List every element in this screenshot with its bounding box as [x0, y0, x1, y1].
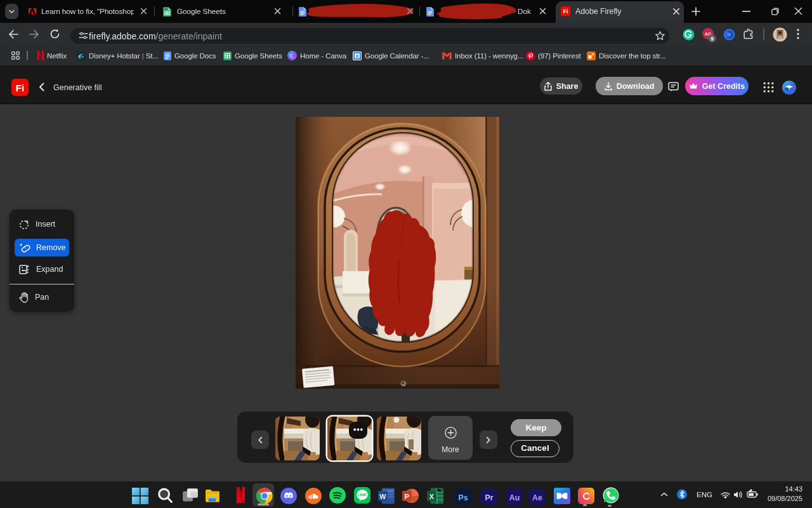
svg-text:Au: Au	[509, 493, 520, 502]
svg-text:W: W	[379, 493, 386, 500]
svg-text:8: 8	[356, 53, 358, 58]
svg-text:Fi: Fi	[16, 83, 24, 93]
svg-text:P: P	[405, 493, 409, 500]
svg-text:Fi: Fi	[563, 8, 568, 15]
svg-text:9: 9	[710, 36, 714, 42]
svg-text:C: C	[290, 53, 294, 59]
svg-text:Pr: Pr	[485, 493, 493, 502]
svg-text:X: X	[429, 493, 435, 500]
svg-text:Ae: Ae	[532, 493, 542, 502]
svg-text:D+: D+	[79, 54, 84, 58]
svg-text:LINE: LINE	[358, 492, 367, 497]
svg-text:Ps: Ps	[458, 493, 468, 502]
